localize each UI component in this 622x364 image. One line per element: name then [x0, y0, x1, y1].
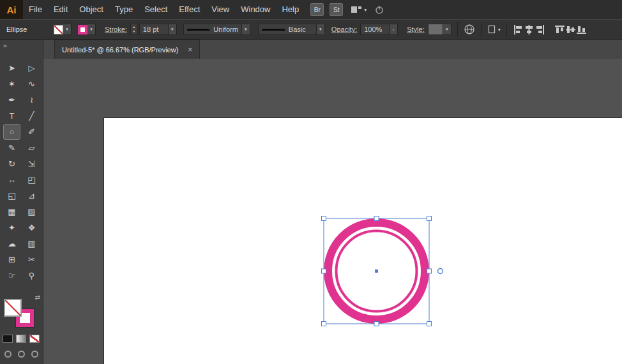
handle-bottom-right[interactable] — [427, 322, 432, 326]
center-anchor-point[interactable] — [375, 269, 378, 273]
symbol-sprayer-icon: ☁ — [8, 239, 16, 248]
rotation-widget-handle[interactable] — [438, 269, 443, 274]
pencil-tool[interactable]: ✎ — [4, 140, 20, 155]
fill-color-dropdown[interactable]: ▾ — [63, 24, 72, 35]
mesh-tool[interactable]: ▦ — [4, 204, 20, 219]
fill-color-swatch[interactable] — [54, 25, 63, 34]
draw-normal-button[interactable] — [4, 351, 11, 358]
stroke-width-dropdown[interactable]: ▾ — [169, 24, 177, 35]
handle-top-center[interactable] — [374, 216, 379, 221]
menu-object[interactable]: Object — [73, 0, 109, 19]
handle-top-left[interactable] — [322, 216, 326, 221]
variable-width-profile-select[interactable]: Uniform — [183, 24, 242, 35]
sync-settings-icon — [374, 4, 384, 15]
zoom-tool[interactable]: ⚲ — [24, 268, 40, 283]
document-tab[interactable]: Untitled-5* @ 66.67% (RGB/Preview) × — [54, 40, 200, 59]
none-button[interactable] — [29, 335, 40, 343]
bridge-button[interactable]: Br — [310, 3, 324, 16]
align-center-vertical-button[interactable] — [565, 24, 576, 35]
handle-middle-left[interactable] — [322, 269, 326, 273]
menu-file[interactable]: File — [23, 0, 48, 19]
handle-bottom-center[interactable] — [374, 322, 379, 326]
opacity-flyout[interactable]: › — [390, 24, 398, 35]
opacity-panel-link[interactable]: Opacity: — [331, 26, 357, 33]
stroke-color-swatch[interactable] — [78, 25, 87, 34]
lasso-icon: ∿ — [28, 79, 35, 89]
brush-value: Basic — [289, 26, 306, 33]
align-top-button[interactable] — [554, 24, 565, 35]
line-segment-tool[interactable]: ╱ — [24, 109, 40, 123]
scale-tool[interactable]: ⇲ — [24, 156, 40, 171]
gradient-tool[interactable]: ▨ — [24, 204, 40, 219]
column-graph-tool[interactable]: ▥ — [24, 236, 40, 251]
recolor-artwork-globe-icon[interactable] — [464, 24, 475, 35]
paintbrush-tool[interactable]: ✐ — [24, 125, 40, 139]
opacity-input[interactable]: 100% — [360, 24, 390, 35]
align-center-horizontal-button[interactable] — [524, 24, 535, 35]
handle-top-right[interactable] — [427, 216, 432, 221]
arrange-documents-button[interactable]: ▾ — [351, 5, 367, 14]
menu-type[interactable]: Type — [109, 0, 139, 19]
menu-view[interactable]: View — [206, 0, 235, 19]
graphic-style-swatch[interactable] — [428, 24, 443, 35]
stroke-width-input[interactable]: 18 pt — [139, 24, 169, 35]
type-tool[interactable]: T — [4, 109, 20, 123]
align-bottom-button[interactable] — [576, 24, 587, 35]
menu-window[interactable]: Window — [235, 0, 276, 19]
width-profile-dropdown[interactable]: ▾ — [242, 24, 250, 35]
canvas-area[interactable] — [43, 59, 622, 364]
align-right-button[interactable] — [535, 24, 545, 35]
swap-fill-stroke-icon[interactable]: ⇄ — [35, 294, 40, 301]
divider — [481, 22, 482, 36]
fill-swatch[interactable] — [4, 299, 22, 317]
stroke-panel-link[interactable]: Stroke: — [105, 26, 127, 33]
artboard-tool[interactable]: ⊞ — [4, 252, 20, 267]
zoom-icon: ⚲ — [29, 271, 35, 280]
slice-tool[interactable]: ✂ — [24, 252, 40, 267]
menu-help[interactable]: Help — [276, 0, 305, 19]
symbol-sprayer-tool[interactable]: ☁ — [4, 236, 20, 251]
line-segment-icon: ╱ — [29, 111, 34, 121]
align-left-button[interactable] — [513, 24, 524, 35]
sync-settings-button[interactable] — [374, 4, 384, 15]
width-tool[interactable]: ↔ — [4, 172, 20, 187]
shape-builder-tool[interactable]: ◱ — [4, 188, 20, 203]
stroke-color-dropdown[interactable]: ▾ — [87, 24, 96, 35]
blend-tool[interactable]: ❖ — [24, 220, 40, 235]
graphic-style-dropdown[interactable]: ▾ — [443, 24, 451, 35]
menu-edit[interactable]: Edit — [48, 0, 73, 19]
rotate-tool[interactable]: ↻ — [4, 156, 20, 171]
lasso-tool[interactable]: ∿ — [24, 77, 40, 91]
magic-wand-tool[interactable]: ✶ — [4, 77, 20, 91]
collapse-panel-button[interactable]: « — [3, 42, 7, 49]
style-panel-link[interactable]: Style: — [407, 26, 425, 33]
document-title: Untitled-5* @ 66.67% (RGB/Preview) — [62, 46, 178, 54]
handle-middle-right[interactable] — [427, 269, 432, 273]
menu-select[interactable]: Select — [139, 0, 173, 19]
pen-tool[interactable]: ✒ — [4, 93, 20, 107]
stock-button[interactable]: St — [330, 3, 343, 16]
brush-definition-select[interactable]: Basic — [258, 24, 317, 35]
eyedropper-tool[interactable]: ✦ — [4, 220, 20, 235]
draw-behind-button[interactable] — [18, 351, 25, 358]
draw-inside-button[interactable] — [31, 351, 38, 358]
free-transform-tool[interactable]: ◰ — [24, 172, 40, 187]
width-icon: ↔ — [8, 175, 16, 185]
eraser-tool[interactable]: ▱ — [24, 140, 40, 155]
color-button[interactable] — [3, 335, 13, 343]
direct-selection-tool[interactable]: ▷ — [24, 61, 40, 75]
paint-mode-buttons — [3, 335, 40, 343]
ellipse-tool[interactable]: ○ — [4, 125, 20, 139]
hand-tool[interactable]: ☞ — [4, 268, 20, 283]
handle-bottom-left[interactable] — [322, 322, 326, 326]
perspective-grid-tool[interactable]: ⊿ — [24, 188, 40, 203]
close-tab-icon[interactable]: × — [188, 45, 192, 54]
document-setup-button[interactable]: ▾ — [487, 24, 501, 34]
stroke-width-stepper[interactable]: ▴ ▾ — [130, 24, 138, 35]
brush-dropdown[interactable]: ▾ — [317, 24, 325, 35]
menu-effect[interactable]: Effect — [173, 0, 206, 19]
gradient-button[interactable] — [16, 335, 26, 343]
selection-tool[interactable]: ➤ — [4, 61, 20, 75]
curvature-tool[interactable]: ≀ — [24, 93, 40, 107]
gradient-icon: ▨ — [27, 207, 35, 216]
